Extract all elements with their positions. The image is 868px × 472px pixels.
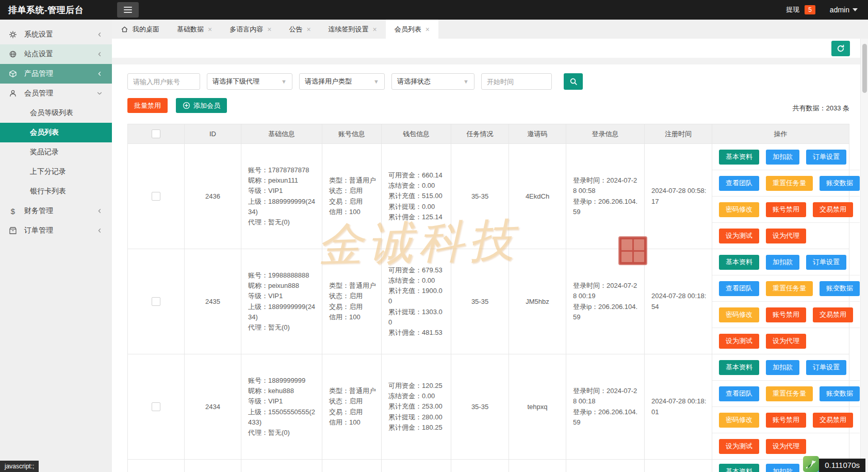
sidebar-item-5[interactable]: $财务管理 (0, 201, 112, 221)
user-type-select-value: 请选择用户类型 (305, 77, 352, 86)
cell-registered-time: 2024-07-28 00:18:01 (645, 354, 712, 459)
sidebar-item-1[interactable]: 系统设置 (0, 25, 112, 44)
action-button-设为测试[interactable]: 设为测试 (719, 439, 759, 454)
dollar-icon: $ (9, 207, 17, 215)
row-checkbox[interactable] (152, 297, 160, 306)
action-button-密码修改[interactable]: 密码修改 (719, 307, 759, 322)
action-button-交易禁用[interactable]: 交易禁用 (813, 413, 853, 428)
action-button-密码修改[interactable]: 密码修改 (719, 202, 759, 217)
action-button-基本资料[interactable]: 基本资料 (719, 360, 759, 375)
action-button-基本资料[interactable]: 基本资料 (719, 150, 759, 165)
list-toolbar: 批量禁用 添加会员 共有数据：2033 条 (127, 98, 849, 113)
search-button[interactable] (564, 73, 583, 90)
tab-label: 连续签到设置 (329, 25, 369, 34)
total-count-value: 2033 条 (826, 104, 849, 112)
action-button-密码修改[interactable]: 密码修改 (719, 413, 759, 428)
action-button-重置任务量[interactable]: 重置任务量 (766, 176, 813, 191)
column-header-基础信息: 基础信息 (241, 124, 322, 143)
tab-基础数据[interactable]: 基础数据× (168, 20, 221, 39)
tab-连续签到设置[interactable]: 连续签到设置× (320, 20, 386, 39)
account-search-input[interactable] (127, 73, 200, 90)
agent-select[interactable]: 请选择下级代理 ▼ (207, 73, 292, 90)
row-checkbox[interactable] (152, 192, 160, 201)
row-checkbox[interactable] (152, 402, 160, 411)
table-row-partial: 基本资料加扣款订单设置 (128, 460, 849, 472)
action-button-设为代理[interactable]: 设为代理 (766, 229, 806, 243)
tab-公告[interactable]: 公告× (280, 20, 319, 39)
status-select[interactable]: 请选择状态 ▼ (391, 73, 474, 90)
vertical-scrollbar[interactable] (860, 39, 868, 472)
leaf-icon[interactable] (803, 456, 819, 472)
batch-disable-button[interactable]: 批量禁用 (127, 98, 168, 113)
action-button-账变数据[interactable]: 账变数据 (820, 386, 860, 401)
action-button-账变数据[interactable]: 账变数据 (820, 281, 860, 296)
action-button-设为代理[interactable]: 设为代理 (766, 334, 806, 349)
sidebar-item-2[interactable]: 站点设置 (0, 44, 112, 64)
action-button-账号禁用[interactable]: 账号禁用 (766, 307, 806, 322)
close-icon[interactable]: × (208, 26, 212, 33)
close-icon[interactable]: × (267, 26, 271, 33)
action-button-设为测试[interactable]: 设为测试 (719, 229, 759, 243)
action-button-设为测试[interactable]: 设为测试 (719, 334, 759, 349)
action-button-加扣款[interactable]: 加扣款 (766, 464, 799, 472)
close-icon[interactable]: × (373, 26, 377, 33)
action-button-订单设置[interactable]: 订单设置 (806, 255, 846, 270)
sidebar-subitem[interactable]: 银行卡列表 (0, 182, 112, 201)
sidebar-subitem[interactable]: 会员等级列表 (0, 103, 112, 123)
action-button-加扣款[interactable]: 加扣款 (766, 150, 799, 165)
sidebar-subitem[interactable]: 上下分记录 (0, 162, 112, 182)
chevron-left-icon (96, 71, 103, 77)
render-time-badge: 0.111070s (819, 459, 865, 472)
withdraw-count-badge[interactable]: 5 (805, 5, 815, 14)
select-all-checkbox[interactable] (152, 129, 160, 138)
action-button-加扣款[interactable]: 加扣款 (766, 360, 799, 375)
sidebar-item-3[interactable]: 产品管理 (0, 64, 112, 84)
action-button-账号禁用[interactable]: 账号禁用 (766, 413, 806, 428)
close-icon[interactable]: × (425, 26, 430, 33)
sidebar-item-4[interactable]: 会员管理 (0, 84, 112, 103)
main-area: 我的桌面基础数据×多语言内容×公告×连续签到设置×会员列表× 请选择下级代理 ▼ (112, 20, 868, 472)
sidebar-subitem[interactable]: 奖品记录 (0, 142, 112, 162)
statusbar-link-hint: javascript:; (0, 461, 39, 472)
refresh-button[interactable] (831, 41, 850, 56)
scrollbar-thumb[interactable] (862, 44, 867, 93)
tab-会员列表[interactable]: 会员列表× (386, 20, 438, 39)
cell-wallet-info: 可用资金：660.14冻结资金：0.00累计充值：515.00累计提现：0.00… (382, 144, 451, 249)
sidebar-item-6[interactable]: 订单管理 (0, 221, 112, 240)
action-button-交易禁用[interactable]: 交易禁用 (813, 307, 853, 322)
tab-我的桌面[interactable]: 我的桌面 (112, 20, 168, 39)
chevron-down-icon: ▼ (373, 78, 379, 85)
action-button-重置任务量[interactable]: 重置任务量 (766, 386, 813, 401)
divider-band (112, 58, 868, 64)
start-time-input[interactable] (481, 73, 552, 90)
action-button-查看团队[interactable]: 查看团队 (719, 281, 759, 296)
action-button-订单设置[interactable]: 订单设置 (806, 360, 846, 375)
sidebar-toggle-button[interactable] (117, 2, 139, 18)
cell-tasks: 35-35 (451, 354, 509, 459)
action-button-基本资料[interactable]: 基本资料 (719, 255, 759, 270)
withdraw-link[interactable]: 提现 (786, 5, 799, 14)
sidebar-subitem[interactable]: 会员列表 (0, 123, 112, 142)
tab-多语言内容[interactable]: 多语言内容× (221, 20, 280, 39)
admin-menu[interactable]: admin (830, 6, 858, 14)
cell-base-info: 账号：1889999999昵称：kehu888等级：VIP1上级：1550555… (241, 354, 322, 459)
row-actions: 基本资料加扣款订单设置查看团队重置任务量账变数据密码修改账号禁用交易禁用设为测试… (712, 144, 860, 249)
add-member-button[interactable]: 添加会员 (176, 98, 227, 113)
cell-id: 2435 (185, 249, 241, 354)
action-button-重置任务量[interactable]: 重置任务量 (766, 281, 813, 296)
action-button-订单设置[interactable]: 订单设置 (806, 150, 846, 165)
action-button-账变数据[interactable]: 账变数据 (820, 176, 860, 191)
cell-base-info: 账号：19988888888昵称：peixun888等级：VIP1上级：1889… (241, 249, 322, 354)
action-button-交易禁用[interactable]: 交易禁用 (813, 202, 853, 217)
action-button-查看团队[interactable]: 查看团队 (719, 176, 759, 191)
action-button-基本资料[interactable]: 基本资料 (719, 464, 759, 472)
action-button-账号禁用[interactable]: 账号禁用 (766, 202, 806, 217)
close-icon[interactable]: × (306, 26, 310, 33)
user-type-select[interactable]: 请选择用户类型 ▼ (299, 73, 385, 90)
action-button-设为代理[interactable]: 设为代理 (766, 439, 806, 454)
column-header-注册时间: 注册时间 (645, 124, 712, 143)
action-button-加扣款[interactable]: 加扣款 (766, 255, 799, 270)
add-member-label: 添加会员 (193, 101, 220, 110)
action-button-查看团队[interactable]: 查看团队 (719, 386, 759, 401)
order-icon (9, 226, 17, 235)
